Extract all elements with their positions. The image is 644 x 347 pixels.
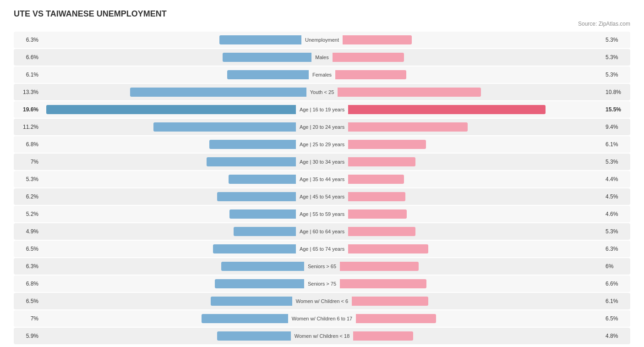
right-value: 4.8% <box>603 333 630 339</box>
chart-row: 6.1%Females5.3% <box>14 66 630 83</box>
left-bar-wrap <box>41 244 296 253</box>
right-bar-wrap <box>348 122 603 132</box>
chart-title: UTE VS TAIWANESE UNEMPLOYMENT <box>14 9 630 19</box>
right-bar-wrap <box>348 227 603 236</box>
taiwanese-bar <box>348 192 405 201</box>
left-value: 5.9% <box>14 333 41 339</box>
left-value: 7% <box>14 159 41 165</box>
ute-bar <box>219 35 301 44</box>
left-value: 6.1% <box>14 72 41 78</box>
bar-area: Unemployment <box>41 32 603 48</box>
taiwanese-bar <box>340 279 426 288</box>
taiwanese-bar <box>348 122 468 132</box>
ute-bar <box>46 105 296 114</box>
ute-bar <box>211 297 292 306</box>
left-bar-wrap <box>41 297 292 306</box>
right-bar-wrap <box>343 35 603 44</box>
left-bar-wrap <box>41 209 296 219</box>
left-bar-wrap <box>41 262 304 271</box>
row-label: Age | 16 to 19 years <box>296 107 348 112</box>
chart-row: 6.6%Males5.3% <box>14 49 630 66</box>
ute-bar <box>209 140 296 149</box>
right-value: 4.5% <box>603 193 630 200</box>
left-bar-wrap <box>41 314 288 323</box>
bar-area: Age | 55 to 59 years <box>41 206 603 222</box>
chart-row: 6.2%Age | 45 to 54 years4.5% <box>14 188 630 205</box>
left-value: 7% <box>14 315 41 322</box>
row-label: Women w/ Children < 18 <box>291 333 354 339</box>
chart-row: 5.9%Women w/ Children < 184.8% <box>14 328 630 344</box>
taiwanese-bar <box>348 244 428 253</box>
left-value: 6.8% <box>14 141 41 148</box>
chart-row: 6.5%Age | 65 to 74 years6.3% <box>14 241 630 257</box>
row-label: Unemployment <box>301 37 343 43</box>
taiwanese-bar <box>352 297 428 306</box>
bar-area: Age | 65 to 74 years <box>41 241 603 257</box>
ute-bar <box>229 175 296 184</box>
right-bar-wrap <box>338 88 603 97</box>
bar-area: Seniors > 65 <box>41 258 603 275</box>
right-value: 5.3% <box>603 72 630 78</box>
right-bar-wrap <box>340 279 603 288</box>
chart-row: 4.9%Age | 60 to 64 years5.3% <box>14 223 630 240</box>
right-bar-wrap <box>356 314 603 323</box>
row-label: Age | 55 to 59 years <box>296 211 348 217</box>
right-bar-wrap <box>352 297 603 306</box>
ute-bar <box>215 279 304 288</box>
right-value: 6.6% <box>603 281 630 287</box>
ute-bar <box>217 331 291 341</box>
chart-row: 7%Women w/ Children 6 to 176.5% <box>14 310 630 327</box>
right-value: 6.5% <box>603 315 630 322</box>
right-bar-wrap <box>348 209 603 219</box>
taiwanese-bar <box>348 175 404 184</box>
bar-area: Women w/ Children 6 to 17 <box>41 310 603 327</box>
chart-row: 6.3%Unemployment5.3% <box>14 32 630 48</box>
right-value: 5.3% <box>603 228 630 235</box>
bar-area: Age | 35 to 44 years <box>41 171 603 187</box>
right-value: 4.6% <box>603 211 630 217</box>
right-value: 15.5% <box>603 106 630 113</box>
row-label: Seniors > 65 <box>304 264 340 269</box>
row-label: Age | 20 to 24 years <box>296 124 348 130</box>
bar-area: Females <box>41 66 603 83</box>
bar-area: Women w/ Children < 18 <box>41 328 603 344</box>
right-bar-wrap <box>333 53 603 62</box>
chart-row: 6.5%Women w/ Children < 66.1% <box>14 293 630 309</box>
left-value: 6.3% <box>14 263 41 270</box>
row-label: Age | 25 to 29 years <box>296 142 348 147</box>
right-value: 9.4% <box>603 124 630 130</box>
left-bar-wrap <box>41 331 291 341</box>
chart-row: 5.3%Age | 35 to 44 years4.4% <box>14 171 630 187</box>
right-value: 5.3% <box>603 159 630 165</box>
left-bar-wrap <box>41 35 301 44</box>
right-value: 6.3% <box>603 246 630 252</box>
right-bar-wrap <box>353 331 603 341</box>
left-value: 6.6% <box>14 54 41 61</box>
left-value: 6.2% <box>14 193 41 200</box>
left-value: 6.5% <box>14 298 41 304</box>
row-label: Age | 30 to 34 years <box>296 159 348 165</box>
right-value: 6.1% <box>603 141 630 148</box>
taiwanese-bar <box>353 331 413 341</box>
left-bar-wrap <box>41 279 304 288</box>
right-bar-wrap <box>348 192 603 201</box>
bar-area: Youth < 25 <box>41 84 603 100</box>
left-value: 5.2% <box>14 211 41 217</box>
ute-bar <box>130 88 306 97</box>
taiwanese-bar <box>348 105 546 114</box>
taiwanese-bar <box>348 140 426 149</box>
right-bar-wrap <box>340 262 603 271</box>
taiwanese-bar <box>335 70 406 79</box>
chart-row: 5.2%Age | 55 to 59 years4.6% <box>14 206 630 222</box>
ute-bar <box>221 262 304 271</box>
left-bar-wrap <box>41 157 296 166</box>
chart-row: 19.6%Age | 16 to 19 years15.5% <box>14 101 630 118</box>
right-value: 6% <box>603 263 630 270</box>
right-value: 5.3% <box>603 54 630 61</box>
right-bar-wrap <box>348 244 603 253</box>
left-bar-wrap <box>41 122 296 132</box>
right-value: 6.1% <box>603 298 630 304</box>
ute-bar <box>234 227 296 236</box>
taiwanese-bar <box>348 227 415 236</box>
left-bar-wrap <box>41 70 309 79</box>
